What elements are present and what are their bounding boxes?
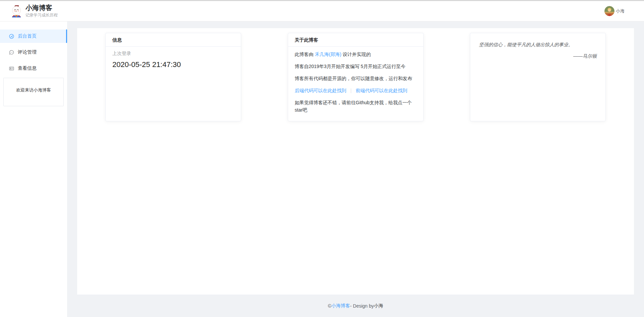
app-header: 小海博客 记录学习成长历程 小海: [0, 1, 644, 21]
site-titles: 小海博客 记录学习成长历程: [25, 4, 58, 18]
last-login-label: 上次登录: [112, 51, 234, 56]
welcome-text: 欢迎来访小海博客: [16, 87, 51, 92]
user-name: 小海: [616, 8, 625, 14]
about-card: 关于此博客 此博客由 禾几海(郑海) 设计并实现的 博客自2019年3月开始开发…: [288, 33, 424, 121]
sidebar-item-label: 评论管理: [18, 49, 37, 55]
frontend-code-link[interactable]: 前端代码可以在此处找到: [356, 88, 407, 93]
quote-card: 坚强的信心，能使平凡的人做出惊人的事业。 ——马尔顿: [470, 33, 606, 121]
sidebar-item-comments[interactable]: 评论管理: [0, 46, 67, 59]
quote-author: ——马尔顿: [479, 53, 597, 59]
site-subtitle: 记录学习成长历程: [25, 12, 58, 18]
quote-text: 坚强的信心，能使平凡的人做出惊人的事业。: [479, 41, 597, 48]
about-line-opensource: 博客所有代码都是开源的，你可以随意修改，运行和发布: [295, 75, 417, 82]
cards-row: 信息 上次登录 2020-05-25 21:47:30 关于此博客 此博客由 禾…: [105, 33, 606, 121]
page-body: 后台首页 评论管理: [0, 21, 644, 317]
user-menu[interactable]: 小海: [604, 6, 625, 16]
about-line1-suffix: 设计并实现的: [341, 52, 371, 57]
backend-code-link[interactable]: 后端代码可以在此处找到: [295, 88, 346, 93]
sidebar: 后台首页 评论管理: [0, 21, 67, 317]
quote-card-body: 坚强的信心，能使平凡的人做出惊人的事业。 ——马尔顿: [470, 33, 605, 59]
sidebar-item-label: 查看信息: [18, 65, 37, 71]
welcome-box: 欢迎来访小海博客: [3, 78, 64, 106]
content-column: 信息 上次登录 2020-05-25 21:47:30 关于此博客 此博客由 禾…: [67, 21, 644, 317]
link-divider: |: [351, 88, 352, 93]
dashboard-icon: [9, 34, 14, 39]
footer-site-link[interactable]: 小海博客: [331, 303, 350, 309]
sidebar-item-view-info[interactable]: 查看信息: [0, 62, 67, 75]
footer-copyright: ©: [328, 303, 331, 309]
about-line-github-star: 如果觉得博客还不错，请前往Github支持我，给我点一个star吧: [295, 99, 417, 114]
main-panel: 信息 上次登录 2020-05-25 21:47:30 关于此博客 此博客由 禾…: [77, 28, 634, 295]
site-title: 小海博客: [25, 4, 58, 11]
info-card-title: 信息: [106, 33, 241, 47]
about-line-author: 此博客由 禾几海(郑海) 设计并实现的: [295, 51, 417, 58]
info-card-body: 上次登录 2020-05-25 21:47:30: [106, 47, 241, 69]
info-card: 信息 上次登录 2020-05-25 21:47:30: [105, 33, 241, 121]
about-line-history: 博客自2019年3月开始开发编写 5月开始正式运行至今: [295, 63, 417, 70]
site-logo[interactable]: 小海博客 记录学习成长历程: [11, 4, 58, 18]
last-login-value: 2020-05-25 21:47:30: [112, 60, 234, 69]
blog-mascot-icon: [11, 5, 22, 17]
comments-icon: [9, 50, 14, 55]
about-card-title: 关于此博客: [288, 33, 423, 47]
id-card-icon: [9, 66, 14, 71]
about-line-code-links: 后端代码可以在此处找到|前端代码可以在此处找到: [295, 87, 417, 94]
user-avatar: [604, 6, 614, 16]
sidebar-item-dashboard[interactable]: 后台首页: [0, 29, 67, 43]
about-card-body: 此博客由 禾几海(郑海) 设计并实现的 博客自2019年3月开始开发编写 5月开…: [288, 47, 423, 114]
footer-author: 小海: [374, 303, 383, 309]
page-footer: © 小海博客 - Design by 小海: [67, 295, 644, 317]
about-line1-prefix: 此博客由: [295, 52, 315, 57]
sidebar-item-label: 后台首页: [18, 33, 37, 39]
footer-middle-text: - Design by: [350, 303, 374, 309]
author-profile-link[interactable]: 禾几海(郑海): [315, 52, 341, 57]
